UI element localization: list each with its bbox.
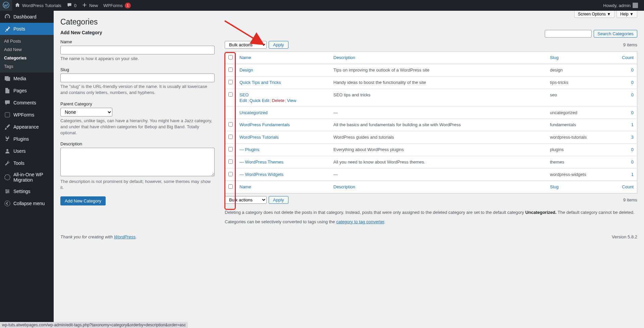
- slug-label: Slug: [60, 67, 215, 72]
- migration-icon: [4, 174, 11, 181]
- footer-notes: Deleting a category does not delete the …: [225, 209, 637, 225]
- category-name-link[interactable]: Quick Tips and Tricks: [239, 80, 281, 85]
- add-category-button[interactable]: Add New Category: [60, 196, 106, 205]
- category-desc: Handy ideas to boost the functionality o…: [330, 77, 547, 89]
- wordpress-link[interactable]: WordPress: [114, 234, 136, 239]
- parent-select[interactable]: None: [60, 108, 112, 116]
- pin-icon: [4, 26, 11, 32]
- category-desc: —: [330, 107, 547, 119]
- quick-edit-link[interactable]: Quick Edit: [250, 98, 269, 103]
- row-checkbox[interactable]: [228, 172, 233, 176]
- category-name-link[interactable]: WordPress Tutorials: [239, 135, 279, 140]
- apply-button-top[interactable]: Apply: [269, 41, 288, 49]
- view-link[interactable]: View: [287, 98, 296, 103]
- submenu-tags[interactable]: Tags: [0, 62, 54, 71]
- col-desc-header[interactable]: Description: [333, 55, 355, 60]
- category-desc: All you need to know about WordPress the…: [330, 156, 547, 169]
- menu-plugins[interactable]: Plugins: [0, 133, 54, 145]
- wpforms-icon: [4, 111, 11, 118]
- submenu-categories[interactable]: Categories: [0, 54, 54, 62]
- row-checkbox[interactable]: [228, 147, 233, 151]
- menu-users[interactable]: Users: [0, 145, 54, 157]
- menu-settings[interactable]: Settings: [0, 185, 54, 197]
- menu-collapse[interactable]: Collapse menu: [0, 197, 54, 209]
- row-checkbox[interactable]: [228, 80, 233, 84]
- category-count-link[interactable]: 0: [631, 147, 634, 152]
- submenu-add-new[interactable]: Add New: [0, 45, 54, 54]
- category-name-link[interactable]: SEO: [239, 92, 249, 97]
- category-count-link[interactable]: 1: [631, 172, 634, 177]
- category-count-link[interactable]: 3: [631, 135, 634, 140]
- menu-aiowp[interactable]: All-in-One WP Migration: [0, 169, 54, 185]
- category-name-link[interactable]: — WordPress Themes: [239, 159, 283, 165]
- svg-point-3: [5, 175, 10, 180]
- apply-button-bottom[interactable]: Apply: [269, 196, 288, 204]
- menu-tools[interactable]: Tools: [0, 157, 54, 169]
- category-desc: All the basics and fundamentals for buil…: [330, 119, 547, 131]
- edit-link[interactable]: Edit: [239, 98, 247, 103]
- screen-options-button[interactable]: Screen Options ▼: [574, 11, 614, 18]
- howdy-text: Howdy, admin: [603, 3, 631, 8]
- category-slug: seo: [547, 89, 614, 107]
- category-count-link[interactable]: 0: [631, 159, 634, 165]
- menu-pages[interactable]: Pages: [0, 85, 54, 97]
- menu-posts[interactable]: Posts: [0, 23, 54, 35]
- category-count-link[interactable]: 0: [631, 80, 634, 85]
- menu-comments[interactable]: Comments: [0, 97, 54, 109]
- menu-dashboard[interactable]: Dashboard: [0, 11, 54, 23]
- col-name-footer[interactable]: Name: [239, 184, 251, 189]
- row-checkbox[interactable]: [228, 159, 233, 164]
- row-checkbox[interactable]: [228, 135, 233, 139]
- dashboard-icon: [4, 13, 11, 20]
- category-name-link[interactable]: WordPress Fundamentals: [239, 122, 290, 127]
- comments-link[interactable]: 0: [64, 0, 79, 11]
- table-row: — WordPress ThemesAll you need to know a…: [225, 156, 637, 169]
- submenu-all-posts[interactable]: All Posts: [0, 37, 54, 45]
- category-count-link[interactable]: 0: [631, 92, 634, 97]
- category-slug: themes: [547, 156, 614, 169]
- category-name-link[interactable]: Design: [239, 67, 253, 73]
- bulk-actions-select-top[interactable]: Bulk actions: [225, 41, 267, 49]
- row-checkbox[interactable]: [228, 122, 233, 127]
- category-count-link[interactable]: 0: [631, 110, 634, 115]
- search-input[interactable]: [545, 30, 592, 38]
- category-name-link[interactable]: — WordPress Widgets: [239, 172, 283, 177]
- items-count-top: 9 items: [623, 42, 637, 47]
- help-button[interactable]: Help ▼: [616, 11, 637, 18]
- table-row: Uncategorized—uncategorized0: [225, 107, 637, 119]
- category-count-link[interactable]: 1: [631, 122, 634, 127]
- menu-media[interactable]: Media: [0, 73, 54, 85]
- category-name-link[interactable]: — Plugins: [239, 147, 259, 152]
- wpforms-text: WPForms: [103, 3, 123, 8]
- slug-input[interactable]: [60, 74, 215, 82]
- description-textarea[interactable]: [60, 148, 215, 176]
- howdy-link[interactable]: Howdy, admin: [601, 0, 641, 11]
- col-desc-footer[interactable]: Description: [333, 184, 355, 189]
- site-name-link[interactable]: WordPress Tutorials: [12, 0, 64, 11]
- name-input[interactable]: [60, 46, 215, 54]
- col-count-header[interactable]: Count: [622, 55, 634, 60]
- menu-appearance[interactable]: Appearance: [0, 121, 54, 133]
- col-slug-footer[interactable]: Slug: [550, 184, 559, 189]
- tag-converter-link[interactable]: category to tag converter: [336, 219, 384, 224]
- search-button[interactable]: Search Categories: [594, 30, 637, 38]
- col-count-footer[interactable]: Count: [622, 184, 634, 189]
- delete-link[interactable]: Delete: [272, 98, 284, 103]
- col-slug-header[interactable]: Slug: [550, 55, 559, 60]
- wp-logo[interactable]: [0, 0, 12, 11]
- wpforms-link[interactable]: WPForms1: [101, 0, 133, 11]
- category-desc: Everything about WordPress plugins: [330, 144, 547, 156]
- new-link[interactable]: New: [79, 0, 101, 11]
- select-all-bottom[interactable]: [228, 184, 233, 189]
- row-checkbox[interactable]: [228, 92, 233, 97]
- categories-table: Name Description Slug Count DesignTips o…: [225, 51, 637, 193]
- wordpress-icon: [3, 2, 9, 9]
- menu-wpforms[interactable]: WPForms: [0, 109, 54, 121]
- bulk-actions-select-bottom[interactable]: Bulk actions: [225, 196, 267, 204]
- select-all-top[interactable]: [228, 55, 233, 59]
- category-name-link[interactable]: Uncategorized: [239, 110, 268, 115]
- category-count-link[interactable]: 0: [631, 67, 634, 73]
- col-name-header[interactable]: Name: [239, 55, 251, 60]
- row-checkbox[interactable]: [228, 67, 233, 72]
- table-row: WordPress FundamentalsAll the basics and…: [225, 119, 637, 131]
